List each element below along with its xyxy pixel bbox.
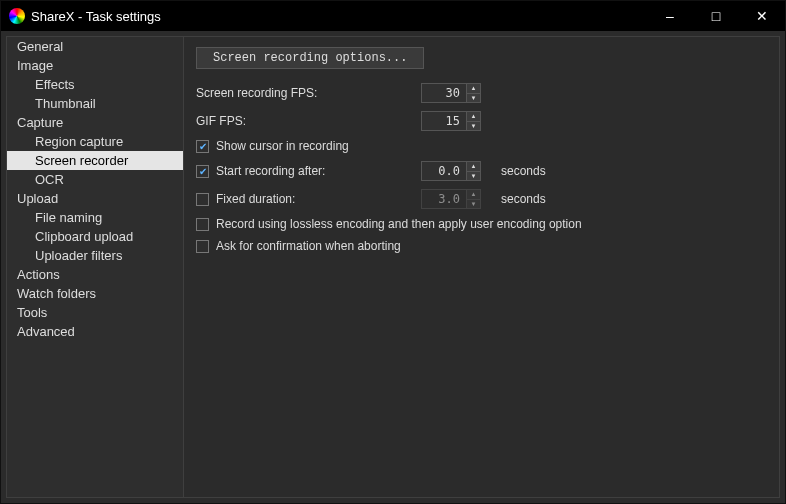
down-arrow-icon: ▼ bbox=[467, 200, 480, 209]
ask-confirm-checkbox[interactable] bbox=[196, 240, 209, 253]
sidebar-item-thumbnail[interactable]: Thumbnail bbox=[7, 94, 183, 113]
sidebar-item-tools[interactable]: Tools bbox=[7, 303, 183, 322]
fixed-duration-value: 3.0 bbox=[422, 190, 466, 208]
down-arrow-icon[interactable]: ▼ bbox=[467, 94, 480, 103]
window-controls: – □ ✕ bbox=[647, 1, 785, 31]
sidebar-item-file-naming[interactable]: File naming bbox=[7, 208, 183, 227]
window-title: ShareX - Task settings bbox=[31, 9, 647, 24]
up-arrow-icon: ▲ bbox=[467, 190, 480, 200]
sidebar-item-uploader-filters[interactable]: Uploader filters bbox=[7, 246, 183, 265]
screen-recording-options-button[interactable]: Screen recording options... bbox=[196, 47, 424, 69]
fixed-duration-row: Fixed duration: 3.0 ▲ ▼ seconds bbox=[196, 189, 767, 209]
ask-confirm-label: Ask for confirmation when aborting bbox=[216, 239, 401, 253]
sidebar-item-actions[interactable]: Actions bbox=[7, 265, 183, 284]
fixed-duration-label: Fixed duration: bbox=[216, 192, 295, 206]
show-cursor-row: Show cursor in recording bbox=[196, 139, 767, 153]
ask-confirm-row: Ask for confirmation when aborting bbox=[196, 239, 767, 253]
start-after-input[interactable]: 0.0 ▲ ▼ bbox=[421, 161, 481, 181]
fixed-duration-checkbox[interactable] bbox=[196, 193, 209, 206]
sidebar-item-clipboard-upload[interactable]: Clipboard upload bbox=[7, 227, 183, 246]
start-after-label: Start recording after: bbox=[216, 164, 325, 178]
fps-row: Screen recording FPS: 30 ▲ ▼ bbox=[196, 83, 767, 103]
fps-label: Screen recording FPS: bbox=[196, 86, 421, 100]
down-arrow-icon[interactable]: ▼ bbox=[467, 122, 480, 131]
sidebar-item-effects[interactable]: Effects bbox=[7, 75, 183, 94]
fixed-duration-input: 3.0 ▲ ▼ bbox=[421, 189, 481, 209]
start-after-checkbox[interactable] bbox=[196, 165, 209, 178]
minimize-button[interactable]: – bbox=[647, 1, 693, 31]
sidebar-item-screen-recorder[interactable]: Screen recorder bbox=[7, 151, 183, 170]
titlebar: ShareX - Task settings – □ ✕ bbox=[1, 1, 785, 31]
fixed-duration-spinner-buttons: ▲ ▼ bbox=[466, 190, 480, 208]
gif-fps-value[interactable]: 15 bbox=[422, 112, 466, 130]
settings-sidebar: GeneralImageEffectsThumbnailCaptureRegio… bbox=[6, 36, 184, 498]
start-after-suffix: seconds bbox=[491, 164, 546, 178]
fps-spinner-buttons: ▲ ▼ bbox=[466, 84, 480, 102]
gif-fps-spinner-buttons: ▲ ▼ bbox=[466, 112, 480, 130]
start-after-value[interactable]: 0.0 bbox=[422, 162, 466, 180]
gif-fps-row: GIF FPS: 15 ▲ ▼ bbox=[196, 111, 767, 131]
client-area: GeneralImageEffectsThumbnailCaptureRegio… bbox=[1, 31, 785, 503]
sidebar-item-advanced[interactable]: Advanced bbox=[7, 322, 183, 341]
down-arrow-icon[interactable]: ▼ bbox=[467, 172, 480, 181]
sidebar-item-capture[interactable]: Capture bbox=[7, 113, 183, 132]
fps-value[interactable]: 30 bbox=[422, 84, 466, 102]
lossless-label: Record using lossless encoding and then … bbox=[216, 217, 582, 231]
gif-fps-label: GIF FPS: bbox=[196, 114, 421, 128]
window: ShareX - Task settings – □ ✕ GeneralImag… bbox=[0, 0, 786, 504]
fps-input[interactable]: 30 ▲ ▼ bbox=[421, 83, 481, 103]
start-after-row: Start recording after: 0.0 ▲ ▼ seconds bbox=[196, 161, 767, 181]
maximize-button[interactable]: □ bbox=[693, 1, 739, 31]
up-arrow-icon[interactable]: ▲ bbox=[467, 162, 480, 172]
sidebar-item-upload[interactable]: Upload bbox=[7, 189, 183, 208]
app-icon bbox=[9, 8, 25, 24]
start-after-spinner-buttons: ▲ ▼ bbox=[466, 162, 480, 180]
up-arrow-icon[interactable]: ▲ bbox=[467, 112, 480, 122]
sidebar-item-general[interactable]: General bbox=[7, 37, 183, 56]
sidebar-item-ocr[interactable]: OCR bbox=[7, 170, 183, 189]
sidebar-item-image[interactable]: Image bbox=[7, 56, 183, 75]
lossless-checkbox[interactable] bbox=[196, 218, 209, 231]
content-panel: Screen recording options... Screen recor… bbox=[184, 36, 780, 498]
lossless-row: Record using lossless encoding and then … bbox=[196, 217, 767, 231]
sidebar-item-watch-folders[interactable]: Watch folders bbox=[7, 284, 183, 303]
up-arrow-icon[interactable]: ▲ bbox=[467, 84, 480, 94]
sidebar-item-region-capture[interactable]: Region capture bbox=[7, 132, 183, 151]
close-button[interactable]: ✕ bbox=[739, 1, 785, 31]
fixed-duration-suffix: seconds bbox=[491, 192, 546, 206]
gif-fps-input[interactable]: 15 ▲ ▼ bbox=[421, 111, 481, 131]
show-cursor-checkbox[interactable] bbox=[196, 140, 209, 153]
show-cursor-label: Show cursor in recording bbox=[216, 139, 349, 153]
